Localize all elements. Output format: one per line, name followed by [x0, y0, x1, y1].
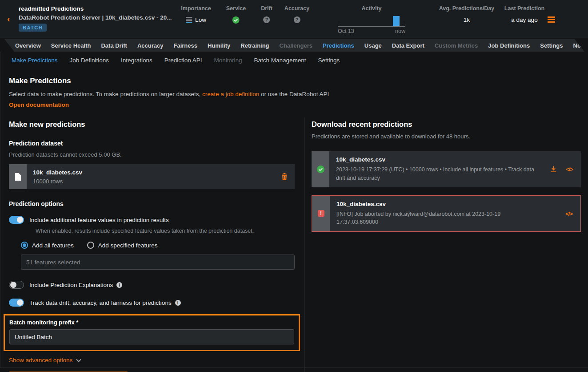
tab-humility[interactable]: Humility: [208, 42, 230, 49]
tab-predictions[interactable]: Predictions: [323, 42, 354, 49]
stat-avg-predictions-value: 1k: [464, 16, 470, 23]
activity-sparkline-chart: [338, 12, 405, 27]
subtab-batch-management[interactable]: Batch Management: [254, 57, 306, 64]
make-new-predictions-title: Make new predictions: [9, 120, 295, 129]
page-title: Make Predictions: [9, 77, 579, 85]
recent-predictions-panel: Download recent predictions Predictions …: [304, 117, 588, 372]
features-selected-input[interactable]: [21, 255, 295, 270]
tab-challengers: Challengers: [280, 42, 312, 49]
prediction-card-actions: </>: [550, 166, 573, 173]
description-text-after: or use the DataRobot API: [259, 91, 329, 97]
page-description: Select data to make predictions. To make…: [9, 91, 579, 97]
stat-accuracy: Accuracy ?: [284, 5, 309, 23]
prediction-explanations-row: Include Prediction Explanations i: [9, 281, 295, 289]
tab-fairness[interactable]: Fairness: [174, 42, 197, 49]
back-chevron-icon[interactable]: ‹: [7, 14, 10, 23]
prediction-card-actions: </>: [565, 210, 572, 217]
batch-monitoring-prefix-input[interactable]: [9, 329, 294, 344]
include-features-toggle[interactable]: [9, 216, 24, 224]
subtab-make-predictions[interactable]: Make Predictions: [12, 57, 58, 64]
radio-selected-icon: [21, 242, 28, 249]
deployment-titles: readmitted Predictions DataRobot Predict…: [19, 5, 172, 32]
subtab-prediction-api[interactable]: Prediction API: [164, 57, 202, 64]
remove-dataset-button[interactable]: [281, 173, 288, 180]
make-new-predictions-panel: Make new predictions Prediction dataset …: [0, 117, 304, 372]
dataset-file-strip: [9, 164, 27, 189]
tab-settings[interactable]: Settings: [540, 42, 563, 49]
prediction-file-name: 10k_diabetes.csv: [336, 156, 536, 163]
file-icon: [15, 173, 21, 181]
include-features-label: Include additional feature values in pre…: [29, 217, 169, 223]
stat-last-prediction: Last Prediction a day ago: [504, 5, 544, 23]
menu-hamburger-icon[interactable]: [548, 16, 555, 24]
drift-unknown-icon: ?: [263, 16, 270, 23]
subtab-job-definitions[interactable]: Job Definitions: [70, 57, 109, 64]
tab-job-definitions[interactable]: Job Definitions: [488, 42, 530, 49]
code-icon[interactable]: </>: [566, 166, 573, 173]
dataset-file-name: 10k_diabetes.csv: [33, 169, 275, 176]
stat-drift-label: Drift: [261, 5, 272, 12]
subtab-integrations[interactable]: Integrations: [121, 57, 152, 64]
stat-avg-predictions: Avg. Predictions/Day 1k: [439, 5, 495, 23]
stat-last-prediction-value: a day ago: [511, 16, 537, 23]
stat-service: Service: [226, 5, 246, 24]
prediction-result-card-error: ! 10k_diabetes.csv [INFO] Job aborted by…: [312, 195, 581, 232]
radio-add-specified-features[interactable]: Add specified features: [87, 242, 158, 249]
code-icon[interactable]: </>: [565, 210, 572, 217]
prediction-card-info: 10k_diabetes.csv 2023-10-19 17:37:29 (UT…: [329, 151, 581, 187]
subtab-settings[interactable]: Settings: [318, 57, 340, 64]
prediction-meta: 2023-10-19 17:37:29 (UTC) • 10000 rows •…: [336, 166, 536, 182]
error-icon: !: [318, 210, 324, 217]
download-icon[interactable]: [550, 166, 557, 173]
include-features-row: Include additional feature values in pre…: [9, 216, 295, 224]
tab-retraining[interactable]: Retraining: [240, 42, 269, 49]
tab-custom-metrics: Custom Metrics: [435, 42, 478, 49]
tab-data-export[interactable]: Data Export: [392, 42, 424, 49]
info-icon[interactable]: i: [116, 282, 122, 288]
stat-service-label: Service: [226, 5, 246, 12]
content-bottom-border: [0, 368, 588, 368]
stat-importance-value: Low: [195, 16, 206, 23]
prediction-result-card: 10k_diabetes.csv 2023-10-19 17:37:29 (UT…: [312, 151, 581, 187]
page-intro: Make Predictions Select data to make pre…: [0, 69, 588, 109]
tab-notifications[interactable]: Notifications: [573, 42, 588, 49]
trash-icon: [281, 173, 288, 180]
info-icon[interactable]: i: [175, 300, 181, 306]
radio-add-all-features[interactable]: Add all features: [21, 242, 74, 249]
deployment-title: readmitted Predictions: [19, 5, 172, 12]
activity-axis-end: now: [395, 28, 405, 34]
include-features-help: When enabled, results include specified …: [36, 228, 295, 234]
batch-badge: BATCH: [19, 24, 47, 32]
predictions-subnav: Make Predictions Job Definitions Integra…: [0, 52, 588, 69]
create-job-definition-link[interactable]: create a job definition: [202, 91, 259, 97]
prediction-meta: [INFO] Job aborted by nick.aylward@datar…: [336, 210, 536, 227]
stat-drift: Drift ?: [261, 5, 272, 23]
track-drift-label: Track data drift, accuracy, and fairness…: [29, 299, 172, 306]
tab-service-health[interactable]: Service Health: [51, 42, 91, 49]
recent-predictions-title: Download recent predictions: [312, 120, 581, 129]
chevron-down-icon: [76, 359, 81, 362]
tab-usage[interactable]: Usage: [364, 42, 382, 49]
show-advanced-options-link[interactable]: Show advanced options: [9, 357, 81, 364]
importance-bars-icon: [186, 17, 192, 23]
stat-accuracy-label: Accuracy: [284, 5, 309, 12]
radio-add-all-features-label: Add all features: [32, 242, 74, 249]
prediction-explanations-label: Include Prediction Explanations: [29, 282, 113, 288]
radio-add-specified-features-label: Add specified features: [98, 242, 158, 249]
batch-monitoring-prefix-highlight: Batch monitoring prefix *: [4, 314, 300, 351]
stat-activity: Activity Oct 13 now: [338, 5, 405, 34]
stat-importance: Importance Low: [181, 5, 211, 23]
prediction-dataset-title: Prediction dataset: [9, 140, 295, 147]
tab-overview[interactable]: Overview: [15, 42, 41, 49]
content-columns: Make new predictions Prediction dataset …: [0, 117, 588, 372]
prediction-explanations-toggle[interactable]: [9, 281, 24, 289]
track-drift-toggle[interactable]: [9, 299, 24, 307]
subtab-monitoring: Monitoring: [214, 57, 242, 64]
open-documentation-link[interactable]: Open documentation: [9, 101, 69, 108]
success-check-icon: [317, 166, 324, 173]
tab-accuracy[interactable]: Accuracy: [137, 42, 164, 49]
tab-data-drift[interactable]: Data Drift: [101, 42, 127, 49]
prediction-status-strip: !: [312, 196, 330, 232]
feature-mode-radio-group: Add all features Add specified features: [21, 242, 295, 249]
stat-activity-label: Activity: [338, 5, 405, 12]
